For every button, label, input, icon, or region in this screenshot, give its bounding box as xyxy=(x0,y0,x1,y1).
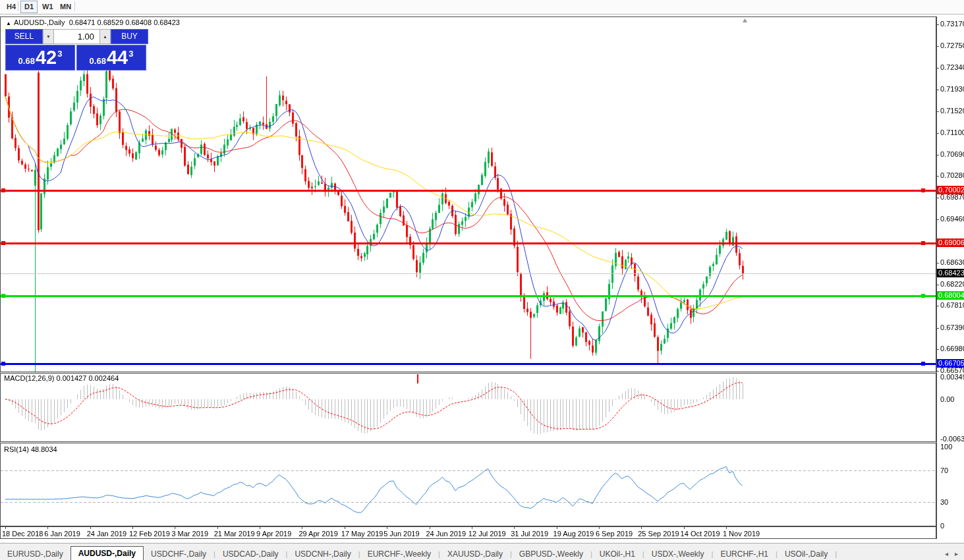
buy-price-point: 3 xyxy=(128,49,133,59)
chart-tab-usdcad-daily[interactable]: USDCAD-,Daily xyxy=(215,548,286,560)
chart-title-row: ▲AUDUSD-,Daily 0.68471 0.68529 0.68408 0… xyxy=(6,18,180,26)
date-label: 6 Jan 2019 xyxy=(44,530,80,538)
price-scale[interactable]: 0.731700.727500.723400.719300.715200.711… xyxy=(936,16,964,541)
date-label: 25 Sep 2019 xyxy=(638,530,679,538)
chart-tab-ukoil-h1[interactable]: UKOil-,H1 xyxy=(592,548,642,560)
chart-tab-bar: EURUSD-,DailyAUDUSD-,DailyUSDCHF-,Daily|… xyxy=(0,543,964,560)
rsi-scale-label: 100 xyxy=(940,443,952,451)
chart-canvas[interactable] xyxy=(0,16,964,541)
chart-tab-usoil-daily[interactable]: USOil-,Daily xyxy=(778,548,835,560)
collapse-triangle-icon[interactable]: ▲ xyxy=(6,20,11,26)
price-tick-label: 0.72750 xyxy=(940,42,964,49)
rsi-scale-label: 0 xyxy=(940,522,944,530)
price-tick-label: 0.73170 xyxy=(940,20,964,28)
chart-tab-usdcnh-daily[interactable]: USDCNH-,Daily xyxy=(287,548,358,560)
date-label: 12 Feb 2019 xyxy=(129,530,170,538)
date-label: 21 Mar 2019 xyxy=(214,530,255,538)
chart-tab-eurchf-h1[interactable]: EURCHF-,H1 xyxy=(713,548,776,560)
date-label: 14 Oct 2019 xyxy=(681,530,720,538)
tab-scroll-arrows: ◂▸ xyxy=(942,550,961,557)
date-label: 29 Apr 2019 xyxy=(298,530,337,538)
buy-price-prefix: 0.68 xyxy=(90,56,106,66)
rsi-scale-label: 30 xyxy=(940,498,948,506)
sell-price-point: 3 xyxy=(57,49,62,59)
price-tag-0.68004: 0.68004 xyxy=(937,291,964,300)
sell-price-prefix: 0.68 xyxy=(18,56,35,66)
chart-ohlc-values: 0.68471 0.68529 0.68408 0.68423 xyxy=(69,18,180,26)
price-tick-label: 0.71930 xyxy=(940,85,964,93)
price-tick-label: 0.71100 xyxy=(940,128,964,136)
price-tick-label: 0.70280 xyxy=(940,171,964,179)
chart-tab-usdx-weekly[interactable]: USDX-,Weekly xyxy=(644,548,712,560)
price-tick-label: 0.66980 xyxy=(940,345,964,352)
date-label: 18 Dec 2018 xyxy=(2,530,43,538)
tab-separator: | xyxy=(835,548,837,560)
volume-stepper-up-button[interactable]: ▲ xyxy=(99,29,111,44)
date-label: 12 Jul 2019 xyxy=(468,530,506,538)
tab-scroll-right-button[interactable]: ▸ xyxy=(951,550,961,557)
chart-tab-gbpusd-weekly[interactable]: GBPUSD-,Weekly xyxy=(512,548,590,560)
sell-price-pips: 42 xyxy=(36,47,57,67)
price-tick-label: 0.72340 xyxy=(940,63,964,71)
macd-scale-label: 0.00349 xyxy=(940,373,964,381)
date-label: 24 Jan 2019 xyxy=(87,530,127,538)
chart-window: ▲AUDUSD-,Daily 0.68471 0.68529 0.68408 0… xyxy=(0,14,964,541)
toolbar-separator xyxy=(18,1,18,11)
macd-scale-label: -0.00637 xyxy=(940,435,964,443)
price-tick-label: 0.71520 xyxy=(940,107,964,115)
price-tick-label: 0.68220 xyxy=(940,280,964,288)
price-tick-label: 0.68630 xyxy=(940,258,964,266)
rsi-indicator-label: RSI(14) 48.8034 xyxy=(4,445,57,453)
date-label: 1 Nov 2019 xyxy=(723,530,760,538)
rsi-scale-label: 70 xyxy=(940,466,948,474)
date-label: 19 Aug 2019 xyxy=(553,530,594,538)
price-tag-0.66705: 0.66705 xyxy=(937,359,964,368)
mt4-terminal: H4 D1 W1 MN ▲AUDUSD-,Daily 0.68471 0.685… xyxy=(0,0,964,560)
chart-tab-xauusd-daily[interactable]: XAUUSD-,Daily xyxy=(440,548,510,560)
timeframe-toolbar: H4 D1 W1 MN xyxy=(0,0,964,14)
price-tick-label: 0.67390 xyxy=(940,323,964,331)
one-click-trading-widget: SELL ▼ 1.00 ▲ BUY 0.68 42 3 0.68 44 3 xyxy=(5,29,148,70)
chart-tab-usdchf-daily[interactable]: USDCHF-,Daily xyxy=(144,548,213,560)
sell-price-display[interactable]: 0.68 42 3 xyxy=(5,45,75,70)
sell-button[interactable]: SELL xyxy=(5,29,43,44)
date-label: 5 Jun 2019 xyxy=(383,530,419,538)
timeframe-button-w1[interactable]: W1 xyxy=(38,1,57,13)
price-tag-0.69006: 0.69006 xyxy=(937,238,964,247)
volume-stepper-down-button[interactable]: ▼ xyxy=(43,29,54,44)
price-tag-0.70002: 0.70002 xyxy=(937,186,964,194)
price-tag-0.68423: 0.68423 xyxy=(937,269,964,277)
macd-indicator-label: MACD(12,26,9) 0.001427 0.002464 xyxy=(4,374,119,382)
date-label: 6 Sep 2019 xyxy=(596,530,633,538)
chart-title: AUDUSD-,Daily xyxy=(14,18,65,26)
buy-button[interactable]: BUY xyxy=(111,29,148,44)
date-label: 24 Jun 2019 xyxy=(426,530,467,538)
date-label: 31 Jul 2019 xyxy=(511,530,548,538)
price-tick-label: 0.67810 xyxy=(940,301,964,309)
price-tick-label: 0.69460 xyxy=(940,215,964,223)
date-label: 17 May 2019 xyxy=(341,530,383,538)
toolbar-separator xyxy=(74,1,75,11)
buy-price-display[interactable]: 0.68 44 3 xyxy=(76,45,146,70)
chart-tab-audusd-daily[interactable]: AUDUSD-,Daily xyxy=(71,546,144,560)
chart-tab-eurchf-weekly[interactable]: EURCHF-,Weekly xyxy=(360,548,438,560)
timeframe-button-mn[interactable]: MN xyxy=(56,1,75,13)
volume-input[interactable]: 1.00 xyxy=(54,29,99,44)
price-tick-label: 0.70690 xyxy=(940,150,964,158)
date-label: 3 Mar 2019 xyxy=(171,530,208,538)
tab-scroll-left-button[interactable]: ◂ xyxy=(942,550,951,557)
chart-tab-eurusd-daily[interactable]: EURUSD-,Daily xyxy=(0,548,71,560)
buy-price-pips: 44 xyxy=(107,47,128,67)
macd-scale-label: 0.00 xyxy=(940,395,954,403)
date-label: 9 Apr 2019 xyxy=(256,530,291,538)
timeframe-button-d1[interactable]: D1 xyxy=(20,1,38,13)
